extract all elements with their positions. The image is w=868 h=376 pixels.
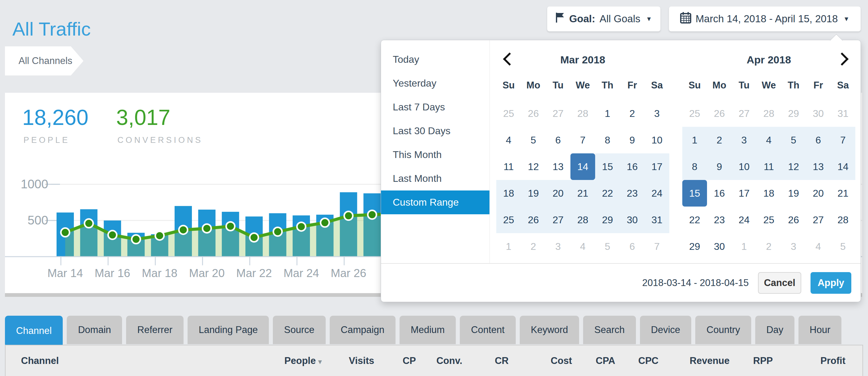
date-range-button[interactable]: March 14, 2018 - April 15, 2018 ▼: [669, 6, 861, 32]
day-cell[interactable]: 26: [707, 100, 732, 127]
column-header-profit[interactable]: Profit: [773, 355, 845, 367]
cancel-button[interactable]: Cancel: [758, 272, 801, 294]
prev-month-icon[interactable]: [503, 53, 516, 65]
day-cell[interactable]: 18: [496, 180, 521, 207]
day-cell[interactable]: 28: [570, 207, 595, 233]
day-cell[interactable]: 1: [595, 100, 620, 127]
day-cell[interactable]: 26: [521, 207, 546, 233]
day-cell[interactable]: 14: [570, 153, 595, 180]
day-cell[interactable]: 31: [645, 207, 669, 233]
day-cell[interactable]: 14: [831, 153, 855, 180]
day-cell[interactable]: 29: [682, 233, 707, 260]
next-month-icon[interactable]: [836, 53, 848, 65]
day-cell[interactable]: 20: [806, 180, 831, 207]
preset-custom-range[interactable]: Custom Range: [381, 191, 490, 214]
day-cell[interactable]: 4: [806, 233, 831, 260]
day-cell[interactable]: 29: [781, 100, 806, 127]
day-cell[interactable]: 2: [620, 100, 645, 127]
column-header-revenue[interactable]: Revenue: [658, 355, 730, 367]
day-cell[interactable]: 21: [570, 180, 595, 207]
day-cell[interactable]: 22: [682, 207, 707, 233]
day-cell[interactable]: 17: [732, 180, 756, 207]
tab-hour[interactable]: Hour: [799, 316, 841, 344]
day-cell[interactable]: 13: [806, 153, 831, 180]
day-cell[interactable]: 3: [645, 100, 669, 127]
day-cell[interactable]: 26: [521, 100, 546, 127]
column-header-people[interactable]: People▾: [255, 355, 322, 367]
day-cell[interactable]: 27: [732, 100, 756, 127]
day-cell[interactable]: 5: [831, 233, 855, 260]
day-cell[interactable]: 28: [756, 100, 781, 127]
day-cell[interactable]: 5: [521, 127, 546, 153]
day-cell[interactable]: 20: [546, 180, 570, 207]
day-cell[interactable]: 5: [781, 127, 806, 153]
day-cell[interactable]: 2: [707, 127, 732, 153]
day-cell[interactable]: 2: [521, 233, 546, 260]
tab-content[interactable]: Content: [460, 316, 516, 344]
day-cell[interactable]: 4: [496, 127, 521, 153]
day-cell[interactable]: 6: [806, 127, 831, 153]
day-cell[interactable]: 30: [620, 207, 645, 233]
day-cell[interactable]: 27: [546, 207, 570, 233]
preset-yesterday[interactable]: Yesterday: [381, 71, 490, 95]
column-header-cp[interactable]: CP: [374, 355, 416, 367]
day-cell[interactable]: 19: [521, 180, 546, 207]
day-cell[interactable]: 10: [645, 127, 669, 153]
day-cell[interactable]: 23: [620, 180, 645, 207]
column-header-cost[interactable]: Cost: [508, 355, 572, 367]
day-cell[interactable]: 1: [732, 233, 756, 260]
day-cell[interactable]: 9: [620, 127, 645, 153]
tab-channel[interactable]: Channel: [5, 316, 63, 346]
day-cell[interactable]: 10: [732, 153, 756, 180]
day-cell[interactable]: 4: [756, 127, 781, 153]
day-cell[interactable]: 9: [707, 153, 732, 180]
day-cell[interactable]: 11: [756, 153, 781, 180]
day-cell[interactable]: 24: [645, 180, 669, 207]
day-cell[interactable]: 30: [806, 100, 831, 127]
day-cell[interactable]: 18: [756, 180, 781, 207]
tab-domain[interactable]: Domain: [67, 316, 122, 344]
day-cell[interactable]: 3: [781, 233, 806, 260]
day-cell[interactable]: 7: [645, 233, 669, 260]
day-cell[interactable]: 2: [756, 233, 781, 260]
day-cell[interactable]: 27: [806, 207, 831, 233]
day-cell[interactable]: 5: [595, 233, 620, 260]
day-cell[interactable]: 25: [756, 207, 781, 233]
preset-last-month[interactable]: Last Month: [381, 167, 490, 191]
apply-button[interactable]: Apply: [810, 272, 851, 294]
day-cell[interactable]: 3: [732, 127, 756, 153]
breadcrumb-channel-tag[interactable]: All Channels: [5, 47, 84, 76]
day-cell[interactable]: 17: [645, 153, 669, 180]
goal-selector-button[interactable]: Goal: All Goals ▼: [547, 6, 661, 32]
day-cell[interactable]: 13: [546, 153, 570, 180]
day-cell[interactable]: 12: [781, 153, 806, 180]
column-header-conv[interactable]: Conv.: [416, 355, 462, 367]
day-cell[interactable]: 15: [595, 153, 620, 180]
day-cell[interactable]: 19: [781, 180, 806, 207]
preset-this-month[interactable]: This Month: [381, 143, 490, 167]
day-cell[interactable]: 1: [496, 233, 521, 260]
day-cell[interactable]: 3: [546, 233, 570, 260]
day-cell[interactable]: 27: [546, 100, 570, 127]
day-cell[interactable]: 28: [570, 100, 595, 127]
day-cell[interactable]: 6: [546, 127, 570, 153]
day-cell[interactable]: 28: [831, 207, 855, 233]
day-cell[interactable]: 25: [496, 207, 521, 233]
day-cell[interactable]: 25: [496, 100, 521, 127]
day-cell[interactable]: 15: [682, 180, 707, 207]
tab-campaign[interactable]: Campaign: [330, 316, 396, 344]
day-cell[interactable]: 7: [831, 127, 855, 153]
column-header-rpp[interactable]: RPP: [730, 355, 773, 367]
day-cell[interactable]: 8: [682, 153, 707, 180]
column-header-cr[interactable]: CR: [462, 355, 508, 367]
day-cell[interactable]: 4: [570, 233, 595, 260]
tab-medium[interactable]: Medium: [400, 316, 456, 344]
day-cell[interactable]: 12: [521, 153, 546, 180]
day-cell[interactable]: 6: [620, 233, 645, 260]
preset-last-30-days[interactable]: Last 30 Days: [381, 119, 490, 143]
tab-referrer[interactable]: Referrer: [126, 316, 184, 344]
column-header-channel[interactable]: Channel: [6, 355, 255, 367]
day-cell[interactable]: 29: [595, 207, 620, 233]
day-cell[interactable]: 30: [707, 233, 732, 260]
tab-keyword[interactable]: Keyword: [520, 316, 579, 344]
